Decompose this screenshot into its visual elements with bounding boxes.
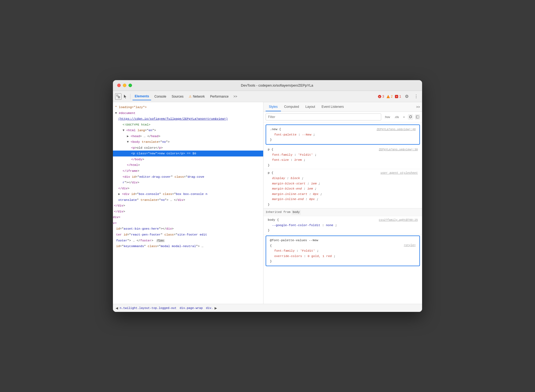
dom-line[interactable]: (https://cdpn.io/sofiayem/fullpage/ZEPpY… (113, 116, 263, 122)
dom-line: <!DOCTYPE html> (113, 122, 263, 128)
svg-rect-0 (117, 95, 118, 96)
rule-selector-fpc[interactable]: @font-palette-values --New (270, 238, 318, 243)
close-button[interactable] (117, 84, 121, 87)
rule-close-p1: } (266, 163, 420, 168)
rule-origin[interactable]: ZEPpYLa?ano…ue&view=:40 (377, 127, 416, 132)
rule-close: } (268, 137, 418, 142)
tab-styles[interactable]: Styles (266, 103, 281, 111)
svg-rect-9 (416, 116, 419, 118)
dom-line: footer"> … </footer> flex (113, 238, 263, 244)
add-style-button[interactable]: + (402, 115, 406, 119)
tab-performance[interactable]: Performance (208, 93, 231, 100)
tab-event-listeners[interactable]: Event Listeners (318, 103, 347, 111)
svg-text:✕: ✕ (379, 95, 381, 98)
cursor-icon[interactable] (123, 94, 128, 99)
css-rule-new: .new { ZEPpYLa?ano…ue&view=:40 font-pale… (266, 124, 420, 145)
svg-text:!: ! (388, 96, 388, 98)
maximize-button[interactable] (129, 84, 132, 87)
css-rule-font-palette: @font-palette-values --New { <style> fon… (266, 236, 420, 266)
css-prop-google-font: --google-font-color-foldit : none ; (266, 223, 420, 228)
rule-origin-p2: user agent stylesheet (380, 170, 418, 176)
styles-panel: Styles Computed Layout Event Listeners >… (263, 102, 422, 304)
dom-line: v> (113, 220, 263, 226)
rule-selector-p1[interactable]: p { (268, 147, 273, 152)
break-count[interactable]: ✕ 1 (395, 95, 401, 98)
dom-line: " loading="lazy"> (113, 104, 263, 110)
dom-line: <div id="editor-drag-cover" class="drag-… (113, 174, 263, 180)
breadcrumb-item-0[interactable]: n.twilight.layout-top.logged-out (119, 306, 177, 310)
main-content: " loading="lazy"> ▼ #document (https://c… (113, 102, 422, 304)
rule-selector-p2[interactable]: p { (268, 170, 273, 176)
css-prop-mie: margin-inline-end : 0px ; (266, 197, 420, 202)
more-tabs-button[interactable]: >> (232, 94, 239, 99)
filter-input[interactable] (266, 113, 381, 120)
dom-line[interactable]: ▶ <head> … </head> (113, 133, 263, 139)
breadcrumb-item-1[interactable]: div.page-wrap (179, 306, 204, 310)
devtools-window: DevTools - codepen.io/sofiayem/pen/ZEPpY… (113, 80, 422, 312)
rule-origin-p1[interactable]: ZEPpYLa?ano…ue&view=:30 (379, 147, 418, 152)
more-tabs-icon[interactable]: >> (416, 105, 420, 109)
dom-line: </div> (113, 203, 263, 209)
css-prop-fpc-colors: override-colors : 0 gold, 1 red ; (268, 254, 418, 259)
error-count[interactable]: ✕ 3 (378, 95, 384, 98)
dom-line[interactable]: ▼ <html lang="en"> (113, 127, 263, 133)
rule-selector[interactable]: .new { (270, 127, 281, 132)
body-tag[interactable]: body (291, 210, 301, 215)
breadcrumb-item-2[interactable]: div. (205, 306, 214, 310)
css-prop-display: display : block ; (266, 176, 420, 181)
dom-line-selected[interactable]: <p class="new">new colors</p> == $0 (113, 151, 263, 156)
tab-elements[interactable]: Elements (133, 93, 151, 100)
css-prop-font-family: font-family : 'Foldit' ; (266, 152, 420, 158)
dom-line[interactable]: ter id="react-pen-footer" class="site-fo… (113, 232, 263, 238)
dom-line[interactable]: <p>old colors</p> (113, 145, 263, 151)
css-prop: font-palette : --New ; (268, 132, 418, 137)
dom-line: id="keycommands" class="modal modal-neut… (113, 243, 263, 249)
dom-line[interactable]: ▼ #document (113, 110, 263, 116)
more-options-button[interactable]: ⋮ (412, 93, 420, 99)
css-prop-mbs: margin-block-start : 1em ; (266, 181, 420, 186)
font-palette-open-brace: { <style> (268, 243, 418, 248)
rule-header-p1: p { ZEPpYLa?ano…ue&view=:30 (266, 147, 420, 152)
rule-header-body: body { css2?family…wght@700:25 (266, 217, 420, 223)
dom-line[interactable]: ▶ <div id="box-console" class="box box-c… (113, 191, 263, 197)
dom-line[interactable]: ▼ <body translate="no"> (113, 139, 263, 145)
settings-button[interactable]: ⚙ (403, 93, 410, 99)
flex-badge: flex (156, 239, 165, 242)
filter-bar: :hov .cls + (263, 112, 422, 122)
rule-origin-body[interactable]: css2?family…wght@700:25 (379, 218, 418, 223)
tab-network[interactable]: ⚠ Network (187, 93, 207, 100)
tab-console[interactable]: Console (152, 93, 168, 100)
dom-line[interactable]: </body> (113, 156, 263, 162)
inspect-icon[interactable] (115, 93, 122, 100)
rule-selector-body[interactable]: body { (268, 217, 279, 223)
css-rule-p2: p { user agent stylesheet display : bloc… (263, 169, 422, 208)
breadcrumb-nav-right[interactable]: ▶ (214, 306, 217, 311)
cls-button[interactable]: .cls (393, 115, 400, 119)
hov-button[interactable]: :hov (383, 115, 391, 119)
dom-line: </html> (113, 162, 263, 168)
tab-layout[interactable]: Layout (302, 103, 318, 111)
network-warning-icon: ⚠ (189, 95, 192, 98)
copy-style-icon[interactable] (408, 115, 413, 119)
titlebar: DevTools - codepen.io/sofiayem/pen/ZEPpY… (113, 80, 422, 91)
traffic-lights (117, 84, 132, 87)
rule-close-body: } (266, 228, 420, 233)
tab-computed[interactable]: Computed (281, 103, 302, 111)
toolbar-separator (130, 94, 130, 99)
dom-line: </div> (113, 209, 263, 215)
dom-line: </div> (113, 186, 263, 191)
inherited-label: Inherited from (266, 210, 290, 215)
css-rule-p1: p { ZEPpYLa?ano…ue&view=:30 font-family … (263, 146, 422, 169)
warning-count[interactable]: ! 2 (386, 95, 393, 98)
minimize-button[interactable] (123, 84, 126, 87)
rule-origin-fpc[interactable]: <style> (404, 243, 416, 248)
tab-sources[interactable]: Sources (169, 93, 186, 100)
dom-panel[interactable]: " loading="lazy"> ▼ #document (https://c… (113, 102, 263, 304)
breadcrumb-nav-left[interactable]: ◀ (115, 306, 119, 311)
dom-line: </iframe> (113, 168, 263, 174)
rule-header-p2: p { user agent stylesheet (266, 170, 420, 176)
inherited-section-header: Inherited from body (263, 208, 422, 216)
svg-rect-1 (118, 97, 120, 98)
toggle-sidebar-icon[interactable] (415, 115, 420, 119)
window-title: DevTools - codepen.io/sofiayem/pen/ZEPpY… (136, 83, 418, 87)
